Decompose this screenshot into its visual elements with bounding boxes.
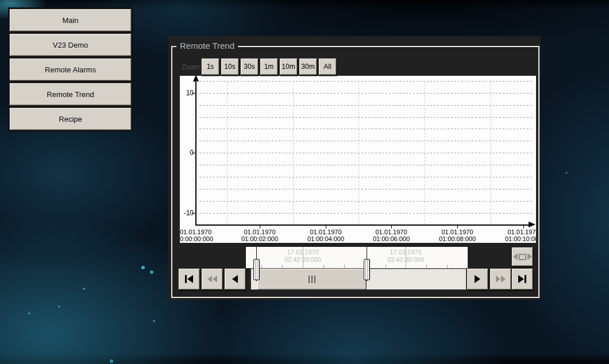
fast-rewind-icon [207, 276, 217, 282]
timebar-minor-tick [386, 265, 386, 268]
sidebar-item-remote-trend[interactable]: Remote Trend [9, 83, 132, 106]
zoom-button-10m[interactable]: 10m [279, 58, 298, 75]
sidebar-item-main[interactable]: Main [9, 9, 132, 32]
horizontal-gridline [196, 105, 534, 106]
fast-forward-button[interactable] [489, 268, 511, 290]
horizontal-gridline [196, 129, 534, 129]
range-handle-grip [364, 259, 370, 280]
x-axis-tick-label: 01.01.197001:00:06:000 [360, 229, 423, 242]
scrollbar-thumb[interactable] [257, 269, 367, 289]
horizontal-gridline [196, 153, 534, 153]
sidebar-menu: MainV23 DemoRemote AlarmsRemote TrendRec… [8, 7, 133, 131]
expand-horizontal-icon [513, 253, 532, 260]
y-axis-tick-label: -10 [180, 209, 194, 217]
background-bubbles [0, 0, 1, 1]
horizontal-gridline [196, 213, 534, 214]
x-axis-arrow-icon [529, 222, 535, 227]
trend-chart-plot: 100-1001.01.19700:00:00:00001.01.197001:… [180, 76, 536, 243]
step-forward-icon [475, 275, 480, 283]
zoom-button-10s[interactable]: 10s [221, 58, 239, 75]
y-axis-tick-label: 10 [180, 89, 194, 97]
x-axis-line [195, 224, 532, 226]
horizontal-gridline [196, 177, 534, 177]
horizontal-gridline [196, 93, 534, 94]
horizontal-gridline [196, 117, 534, 118]
range-handle-grip [253, 259, 260, 280]
timebar-minor-tick [447, 265, 448, 268]
x-axis-tick-label: 01.01.197001:00:02:000 [228, 229, 291, 242]
sidebar-item-v23-demo[interactable]: V23 Demo [9, 33, 132, 56]
timebar-timestamp-label: 17.01.197002:42:30:000 [368, 249, 443, 264]
zoom-button-all[interactable]: All [318, 58, 337, 75]
x-axis-tick-label: 01.01.197001:00:08:000 [426, 229, 489, 242]
fast-forward-icon [496, 276, 506, 282]
timebar-minor-tick [261, 265, 262, 268]
x-axis-tick-label: 01.01.197001:00:04:000 [294, 229, 357, 242]
zoom-label: Zoom: [182, 63, 201, 71]
thumb-grip-icon [309, 276, 315, 283]
fast-rewind-button[interactable] [201, 268, 223, 290]
zoom-button-30m[interactable]: 30m [299, 58, 317, 75]
step-back-button[interactable] [224, 268, 246, 290]
zoom-button-row: 1s10s30s1m10m30mAll [201, 58, 337, 75]
vertical-gridline [227, 81, 228, 224]
sidebar-item-recipe[interactable]: Recipe [9, 107, 132, 130]
vertical-gridline [425, 81, 425, 224]
scrollbar-track[interactable] [250, 268, 467, 290]
skip-to-start-button[interactable] [178, 268, 200, 290]
step-forward-button[interactable] [467, 268, 488, 290]
x-axis-tick-label: 01.01.197001:00:10:000 [492, 229, 536, 242]
timebar-timestamp-label: 17.01.197002:42:20:000 [265, 249, 340, 264]
horizontal-gridline [196, 189, 534, 189]
vertical-gridline [293, 81, 294, 224]
y-axis-tick-label: 0 [180, 149, 194, 157]
horizontal-gridline [196, 141, 534, 141]
skip-to-end-icon [518, 275, 526, 283]
time-range-bar[interactable]: 17.01.197002:42:20:00017.01.197002:42:30… [246, 247, 468, 268]
remote-trend-window: Remote Trend Zoom: 1s10s30s1m10m30mAll 1… [168, 36, 541, 300]
vertical-gridline [359, 81, 359, 224]
fit-range-button[interactable] [511, 247, 533, 266]
x-axis-tick-label: 01.01.19700:00:00:000 [180, 229, 213, 242]
step-back-icon [232, 275, 238, 283]
panel-title: Remote Trend [176, 41, 238, 51]
range-end-handle[interactable] [364, 247, 370, 281]
horizontal-gridline [196, 201, 534, 202]
timebar-minor-tick [426, 265, 427, 268]
horizontal-gridline [196, 165, 534, 165]
timebar-minor-tick [323, 265, 324, 268]
sidebar-item-remote-alarms[interactable]: Remote Alarms [9, 58, 132, 81]
skip-to-start-icon [185, 275, 193, 283]
horizontal-gridline [196, 81, 534, 82]
timebar-minor-tick [282, 265, 283, 268]
zoom-button-1s[interactable]: 1s [201, 58, 219, 75]
range-start-handle[interactable] [253, 247, 260, 281]
timebar-minor-tick [344, 265, 345, 268]
skip-to-end-button[interactable] [511, 268, 533, 290]
zoom-button-30s[interactable]: 30s [240, 58, 259, 75]
zoom-button-1m[interactable]: 1m [260, 58, 278, 75]
vertical-gridline [491, 81, 491, 224]
